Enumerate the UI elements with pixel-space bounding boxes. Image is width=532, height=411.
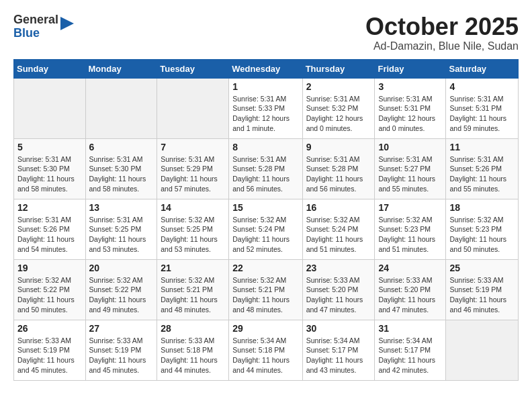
day-info: Sunrise: 5:32 AM Sunset: 5:21 PM Dayligh…	[232, 275, 298, 315]
day-info: Sunrise: 5:33 AM Sunset: 5:20 PM Dayligh…	[378, 275, 442, 315]
day-info: Sunrise: 5:31 AM Sunset: 5:30 PM Dayligh…	[17, 154, 82, 194]
day-number: 1	[232, 81, 298, 92]
day-info: Sunrise: 5:33 AM Sunset: 5:19 PM Dayligh…	[17, 336, 82, 375]
day-info: Sunrise: 5:32 AM Sunset: 5:25 PM Dayligh…	[161, 215, 225, 255]
calendar-cell: 18Sunrise: 5:32 AM Sunset: 5:23 PM Dayli…	[446, 199, 519, 259]
day-info: Sunrise: 5:32 AM Sunset: 5:24 PM Dayligh…	[306, 215, 371, 255]
day-number: 10	[378, 142, 442, 152]
day-number: 5	[17, 142, 82, 152]
day-info: Sunrise: 5:31 AM Sunset: 5:32 PM Dayligh…	[306, 94, 371, 134]
logo-general: General	[13, 13, 58, 27]
day-info: Sunrise: 5:32 AM Sunset: 5:22 PM Dayligh…	[89, 275, 154, 315]
day-number: 28	[161, 323, 225, 334]
logo: General Blue	[13, 13, 74, 40]
header-monday: Monday	[85, 59, 157, 78]
calendar-cell: 15Sunrise: 5:32 AM Sunset: 5:24 PM Dayli…	[229, 199, 302, 259]
day-info: Sunrise: 5:31 AM Sunset: 5:26 PM Dayligh…	[17, 215, 82, 255]
day-number: 24	[378, 263, 442, 273]
day-number: 17	[378, 202, 442, 213]
calendar-cell: 30Sunrise: 5:34 AM Sunset: 5:17 PM Dayli…	[302, 320, 375, 380]
day-number: 20	[89, 263, 154, 273]
calendar-week-3: 12Sunrise: 5:31 AM Sunset: 5:26 PM Dayli…	[14, 199, 519, 259]
header-tuesday: Tuesday	[157, 59, 229, 78]
calendar-header: Sunday Monday Tuesday Wednesday Thursday…	[14, 59, 519, 78]
calendar-cell: 16Sunrise: 5:32 AM Sunset: 5:24 PM Dayli…	[302, 199, 375, 259]
calendar-cell: 29Sunrise: 5:34 AM Sunset: 5:18 PM Dayli…	[229, 320, 302, 380]
calendar-cell	[446, 320, 519, 380]
day-number: 12	[17, 202, 82, 213]
logo-text: General Blue	[13, 13, 58, 40]
calendar-cell: 17Sunrise: 5:32 AM Sunset: 5:23 PM Dayli…	[375, 199, 446, 259]
calendar-cell: 27Sunrise: 5:33 AM Sunset: 5:19 PM Dayli…	[85, 320, 157, 380]
calendar-week-2: 5Sunrise: 5:31 AM Sunset: 5:30 PM Daylig…	[14, 138, 519, 199]
day-info: Sunrise: 5:32 AM Sunset: 5:22 PM Dayligh…	[17, 275, 82, 315]
calendar-cell: 25Sunrise: 5:33 AM Sunset: 5:19 PM Dayli…	[446, 259, 519, 320]
day-info: Sunrise: 5:34 AM Sunset: 5:17 PM Dayligh…	[306, 336, 371, 375]
calendar-cell	[14, 78, 86, 138]
header-thursday: Thursday	[302, 59, 375, 78]
calendar-cell: 6Sunrise: 5:31 AM Sunset: 5:30 PM Daylig…	[85, 138, 157, 199]
day-info: Sunrise: 5:32 AM Sunset: 5:24 PM Dayligh…	[232, 215, 298, 255]
day-number: 2	[306, 81, 371, 92]
day-info: Sunrise: 5:31 AM Sunset: 5:31 PM Dayligh…	[449, 94, 515, 134]
calendar-cell: 9Sunrise: 5:31 AM Sunset: 5:28 PM Daylig…	[302, 138, 375, 199]
day-number: 22	[232, 263, 298, 273]
day-number: 15	[232, 202, 298, 213]
calendar-cell: 22Sunrise: 5:32 AM Sunset: 5:21 PM Dayli…	[229, 259, 302, 320]
day-info: Sunrise: 5:32 AM Sunset: 5:21 PM Dayligh…	[161, 275, 225, 315]
calendar-week-1: 1Sunrise: 5:31 AM Sunset: 5:33 PM Daylig…	[14, 78, 519, 138]
day-number: 11	[449, 142, 515, 152]
day-number: 25	[449, 263, 515, 273]
day-number: 29	[232, 323, 298, 334]
day-info: Sunrise: 5:33 AM Sunset: 5:19 PM Dayligh…	[449, 275, 515, 315]
day-info: Sunrise: 5:31 AM Sunset: 5:33 PM Dayligh…	[232, 94, 298, 134]
calendar-cell: 4Sunrise: 5:31 AM Sunset: 5:31 PM Daylig…	[446, 78, 519, 138]
day-number: 8	[232, 142, 298, 152]
calendar-cell: 21Sunrise: 5:32 AM Sunset: 5:21 PM Dayli…	[157, 259, 229, 320]
day-info: Sunrise: 5:31 AM Sunset: 5:28 PM Dayligh…	[306, 154, 371, 194]
calendar-cell: 8Sunrise: 5:31 AM Sunset: 5:28 PM Daylig…	[229, 138, 302, 199]
subtitle: Ad-Damazin, Blue Nile, Sudan	[365, 40, 519, 52]
day-number: 14	[161, 202, 225, 213]
day-info: Sunrise: 5:31 AM Sunset: 5:26 PM Dayligh…	[449, 154, 515, 194]
calendar-cell	[85, 78, 157, 138]
header-wednesday: Wednesday	[229, 59, 302, 78]
day-number: 21	[161, 263, 225, 273]
day-number: 18	[449, 202, 515, 213]
day-number: 16	[306, 202, 371, 213]
calendar-week-4: 19Sunrise: 5:32 AM Sunset: 5:22 PM Dayli…	[14, 259, 519, 320]
logo-blue: Blue	[13, 27, 58, 40]
day-info: Sunrise: 5:31 AM Sunset: 5:28 PM Dayligh…	[232, 154, 298, 194]
svg-marker-0	[60, 17, 74, 30]
day-info: Sunrise: 5:32 AM Sunset: 5:23 PM Dayligh…	[378, 215, 442, 255]
calendar-cell: 1Sunrise: 5:31 AM Sunset: 5:33 PM Daylig…	[229, 78, 302, 138]
calendar-cell: 2Sunrise: 5:31 AM Sunset: 5:32 PM Daylig…	[302, 78, 375, 138]
day-info: Sunrise: 5:31 AM Sunset: 5:30 PM Dayligh…	[89, 154, 154, 194]
header-saturday: Saturday	[446, 59, 519, 78]
logo-icon	[60, 17, 74, 34]
day-info: Sunrise: 5:31 AM Sunset: 5:27 PM Dayligh…	[378, 154, 442, 194]
day-number: 23	[306, 263, 371, 273]
calendar-cell: 26Sunrise: 5:33 AM Sunset: 5:19 PM Dayli…	[14, 320, 86, 380]
calendar-cell	[157, 78, 229, 138]
day-number: 30	[306, 323, 371, 334]
calendar-cell: 24Sunrise: 5:33 AM Sunset: 5:20 PM Dayli…	[375, 259, 446, 320]
calendar-cell: 28Sunrise: 5:33 AM Sunset: 5:18 PM Dayli…	[157, 320, 229, 380]
day-info: Sunrise: 5:31 AM Sunset: 5:29 PM Dayligh…	[161, 154, 225, 194]
day-number: 19	[17, 263, 82, 273]
day-number: 13	[89, 202, 154, 213]
day-info: Sunrise: 5:33 AM Sunset: 5:19 PM Dayligh…	[89, 336, 154, 375]
day-info: Sunrise: 5:34 AM Sunset: 5:18 PM Dayligh…	[232, 336, 298, 375]
calendar-cell: 19Sunrise: 5:32 AM Sunset: 5:22 PM Dayli…	[14, 259, 86, 320]
header-sunday: Sunday	[14, 59, 86, 78]
calendar-cell: 31Sunrise: 5:34 AM Sunset: 5:17 PM Dayli…	[375, 320, 446, 380]
day-number: 9	[306, 142, 371, 152]
calendar-cell: 5Sunrise: 5:31 AM Sunset: 5:30 PM Daylig…	[14, 138, 86, 199]
day-info: Sunrise: 5:33 AM Sunset: 5:20 PM Dayligh…	[306, 275, 371, 315]
calendar-cell: 14Sunrise: 5:32 AM Sunset: 5:25 PM Dayli…	[157, 199, 229, 259]
header-row: Sunday Monday Tuesday Wednesday Thursday…	[14, 59, 519, 78]
calendar-cell: 10Sunrise: 5:31 AM Sunset: 5:27 PM Dayli…	[375, 138, 446, 199]
title-area: October 2025 Ad-Damazin, Blue Nile, Suda…	[365, 13, 519, 52]
day-number: 26	[17, 323, 82, 334]
calendar-cell: 12Sunrise: 5:31 AM Sunset: 5:26 PM Dayli…	[14, 199, 86, 259]
